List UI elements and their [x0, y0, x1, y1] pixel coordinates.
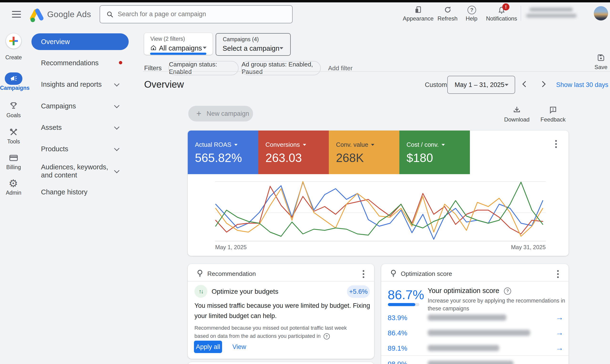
previous-date-range-button[interactable] [522, 81, 528, 87]
nav-item-assets[interactable]: Assets [31, 123, 129, 133]
chart-x-end-label: May 31, 2025 [497, 244, 546, 251]
account-email-redacted [526, 14, 577, 18]
optimization-row[interactable]: 98.9% → [381, 358, 569, 364]
sidebar-item-billing[interactable]: Billing [0, 153, 27, 173]
sidebar-item-create-label: Create [0, 54, 27, 61]
redacted-campaign-name [428, 330, 530, 336]
page-title: Overview [144, 79, 184, 90]
feedback-button[interactable]: Feedback [539, 106, 567, 124]
help-icon: ? [467, 6, 476, 14]
create-plus-icon [9, 37, 18, 45]
scorecard-cost-per-conv[interactable]: Cost / conv. $180 [399, 130, 470, 174]
campaign-selector-label: Campaigns (4) [223, 36, 259, 43]
chevron-down-icon [114, 124, 120, 130]
sidebar-item-admin[interactable]: ⚙ Admin [0, 179, 27, 199]
scorecard-conv-value[interactable]: Conv. value 268K [329, 130, 399, 174]
optimize-budgets-icon: ↑↓ [195, 285, 207, 298]
row-score: 98.9% [388, 360, 407, 364]
recommendation-card-title: Recommendation [207, 270, 256, 277]
secondary-nav: Overview Recommendations Insights and re… [31, 29, 131, 364]
screen-top-strip [0, 0, 610, 2]
scorecard-value: 565.82% [195, 151, 242, 165]
nav-item-products[interactable]: Products [31, 145, 129, 154]
row-divider [381, 355, 569, 356]
chart-card-menu[interactable] [554, 139, 558, 149]
recommendation-card: Recommendation ↑↓ Optimize your budgets … [188, 264, 374, 359]
redacted-campaign-name [428, 361, 514, 364]
recommendation-item-title[interactable]: Optimize your budgets [212, 288, 278, 295]
nav-item-overview-label: Overview [41, 38, 70, 46]
arrow-right-icon[interactable]: → [556, 313, 563, 322]
overview-chart-card: Actual ROAS 565.82% Conversions 263.03 C… [188, 130, 569, 256]
topbar-action-refresh[interactable]: Refresh [433, 4, 462, 24]
topbar-action-help[interactable]: ? Help [461, 4, 482, 24]
filter-chip-ad-group-status[interactable]: Ad group status: Enabled, Paused [241, 61, 321, 75]
download-button[interactable]: Download [503, 106, 531, 124]
next-date-range-button[interactable] [539, 81, 545, 87]
sidebar-item-campaigns-label: Campaigns [0, 85, 27, 91]
nav-item-insights-and-reports[interactable]: Insights and reports [31, 80, 129, 90]
appearance-icon [414, 6, 422, 15]
nav-item-audiences[interactable]: Audiences, keywords, and content [31, 162, 129, 182]
nav-item-recommendations[interactable]: Recommendations [31, 59, 129, 68]
arrow-right-icon[interactable]: → [556, 359, 563, 364]
recommendation-card-menu-dots[interactable] [362, 269, 365, 279]
recommendation-headline: You missed traffic because you were limi… [195, 301, 373, 321]
scorecard-actual-roas[interactable]: Actual ROAS 565.82% [188, 130, 258, 174]
search-input[interactable] [117, 7, 285, 21]
main-menu-icon[interactable] [12, 11, 21, 18]
optimization-card-menu[interactable] [556, 269, 560, 279]
view-selector[interactable]: View (2 filters) All campaigns [144, 33, 213, 55]
scorecard-value: $180 [406, 151, 433, 165]
nav-item-campaigns[interactable]: Campaigns [31, 102, 129, 111]
metric-caret-icon [303, 144, 306, 146]
date-mode-label: Custom [425, 81, 447, 89]
topbar-action-notifications[interactable]: ! Notifications [481, 4, 522, 24]
arrow-right-icon[interactable]: → [556, 343, 563, 352]
sidebar-item-tools[interactable]: Tools [0, 128, 27, 147]
lightbulb-icon [389, 269, 397, 278]
sidebar-item-campaigns[interactable] [5, 72, 22, 85]
save-view-button[interactable]: Save [589, 53, 610, 71]
create-button[interactable] [6, 33, 21, 49]
scorecard-metric-label: Actual ROAS [195, 141, 231, 148]
avatar[interactable] [594, 6, 608, 21]
card-header-divider [381, 281, 569, 282]
row-score: 89.1% [388, 344, 407, 352]
filter-chip-campaign-status[interactable]: Campaign status: Enabled [169, 61, 238, 75]
optimization-card-title: Optimization score [401, 270, 452, 277]
row-score: 86.4% [388, 329, 407, 337]
add-filter-button[interactable]: Add filter [328, 65, 353, 72]
show-last-30-days-link[interactable]: Show last 30 days [556, 81, 608, 89]
help-circle-icon[interactable]: ? [324, 333, 330, 339]
new-campaign-button[interactable]: + New campaign [188, 106, 253, 121]
new-recommendations-dot [119, 61, 122, 64]
nav-item-overview[interactable]: Overview [31, 33, 129, 50]
optimization-title: Your optimization score ? [428, 287, 511, 295]
card-header-divider [188, 281, 374, 282]
account-id-redacted [530, 8, 573, 12]
view-button[interactable]: View [227, 341, 251, 353]
campaign-selector[interactable]: Campaigns (4) Select a campaign [216, 33, 291, 56]
sidebar-item-goals[interactable]: Goals [0, 101, 27, 121]
optimization-subtitle: Increase your score by applying the reco… [428, 297, 566, 312]
topbar-action-appearance[interactable]: Appearance [400, 4, 436, 24]
optimization-row[interactable]: 86.4% → [381, 327, 569, 343]
chevron-down-icon [114, 168, 120, 173]
arrow-right-icon[interactable]: → [556, 328, 563, 337]
view-selected-underline [150, 53, 206, 55]
notification-badge: ! [502, 3, 509, 11]
chevron-down-icon [114, 146, 120, 151]
scorecard-conversions[interactable]: Conversions 263.03 [258, 130, 329, 174]
apply-all-button[interactable]: Apply all [194, 341, 222, 353]
date-range-selector[interactable]: May 1 – 31, 2025 [447, 76, 515, 94]
lightbulb-icon [196, 269, 204, 278]
global-search[interactable] [100, 5, 293, 23]
gear-icon: ⚙ [9, 177, 18, 189]
megaphone-icon [10, 75, 17, 83]
optimization-row[interactable]: 83.9% → [381, 312, 569, 327]
nav-item-change-history[interactable]: Change history [31, 188, 129, 197]
next-card-top-edge [188, 362, 374, 364]
new-campaign-label: New campaign [207, 110, 249, 117]
help-circle-icon[interactable]: ? [504, 287, 511, 295]
